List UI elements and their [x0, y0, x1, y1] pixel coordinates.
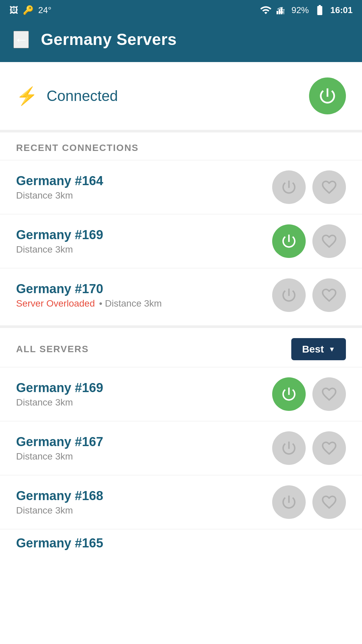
all-connect-button-167[interactable]: [272, 431, 306, 465]
image-icon: 🖼: [9, 5, 18, 15]
all-server-distance-169: Distance 3km: [16, 397, 272, 408]
sort-best-button[interactable]: Best ▼: [291, 338, 346, 360]
server-actions-169: [272, 224, 346, 258]
power-icon-all-168: [280, 493, 298, 511]
server-info-170: Germany #170 Server Overloaded • Distanc…: [16, 282, 272, 309]
page-header: ← Germany Servers: [0, 20, 362, 62]
all-server-name-169: Germany #169: [16, 381, 272, 395]
server-distance-170: • Distance 3km: [99, 298, 162, 309]
connect-button-170[interactable]: [272, 278, 306, 312]
recent-server-row-170: Germany #170 Server Overloaded • Distanc…: [0, 268, 362, 322]
all-server-distance-168: Distance 3km: [16, 505, 272, 516]
status-bar-right: 92% 16:01: [260, 4, 353, 16]
connect-button-164[interactable]: [272, 170, 306, 204]
svg-rect-3: [283, 9, 285, 14]
battery-icon: [314, 4, 326, 16]
heart-icon-all-168: [320, 493, 338, 511]
all-server-row-169: Germany #169 Distance 3km: [0, 367, 362, 421]
chevron-down-icon: ▼: [328, 345, 335, 353]
all-server-actions-167: [272, 431, 346, 465]
power-icon-164: [280, 178, 298, 196]
all-server-info-167: Germany #167 Distance 3km: [16, 435, 272, 462]
temperature-label: 24°: [38, 5, 51, 15]
heart-icon-164: [320, 178, 338, 196]
svg-rect-0: [277, 11, 278, 14]
recent-connections-label: RECENT CONNECTIONS: [16, 143, 139, 153]
all-server-info-165: Germany #165: [16, 536, 346, 552]
connected-status: ⚡ Connected: [16, 86, 118, 106]
all-favorite-button-168[interactable]: [312, 485, 346, 519]
server-name-170: Germany #170: [16, 282, 272, 296]
signal-icon: [277, 4, 287, 16]
power-icon-all-169: [280, 385, 298, 403]
favorite-button-170[interactable]: [312, 278, 346, 312]
all-server-info-169: Germany #169 Distance 3km: [16, 381, 272, 408]
recent-connections-header: RECENT CONNECTIONS: [0, 132, 362, 160]
key-icon: 🔑: [23, 5, 34, 15]
all-servers-label: ALL SERVERS: [16, 344, 89, 355]
main-power-button[interactable]: [309, 77, 346, 114]
heart-icon-all-167: [320, 439, 338, 457]
all-server-name-167: Germany #167: [16, 435, 272, 449]
all-server-row-165: Germany #165: [0, 529, 362, 556]
all-connect-button-169[interactable]: [272, 377, 306, 411]
time-label: 16:01: [330, 5, 353, 15]
back-arrow-icon: ←: [14, 32, 28, 48]
power-icon-169: [280, 232, 298, 250]
svg-rect-1: [279, 9, 281, 14]
server-name-164: Germany #164: [16, 174, 272, 188]
back-button[interactable]: ←: [13, 31, 29, 48]
all-servers-header: ALL SERVERS Best ▼: [0, 325, 362, 367]
server-actions-170: [272, 278, 346, 312]
overloaded-label-170: Server Overloaded: [16, 298, 95, 309]
all-server-actions-169: [272, 377, 346, 411]
favorite-button-169[interactable]: [312, 224, 346, 258]
divider-1: [0, 130, 362, 132]
svg-rect-2: [281, 8, 283, 14]
all-server-row-168: Germany #168 Distance 3km: [0, 475, 362, 529]
all-server-row-167: Germany #167 Distance 3km: [0, 421, 362, 475]
server-info-169: Germany #169 Distance 3km: [16, 228, 272, 255]
all-server-name-168: Germany #168: [16, 489, 272, 503]
server-actions-164: [272, 170, 346, 204]
favorite-button-164[interactable]: [312, 170, 346, 204]
all-server-info-168: Germany #168 Distance 3km: [16, 489, 272, 516]
server-name-169: Germany #169: [16, 228, 272, 242]
connected-row: ⚡ Connected: [0, 62, 362, 130]
server-distance-164: Distance 3km: [16, 190, 272, 201]
status-bar: 🖼 🔑 24° 92% 16:01: [0, 0, 362, 20]
all-server-actions-168: [272, 485, 346, 519]
status-bar-left: 🖼 🔑 24°: [9, 5, 51, 15]
power-icon-170: [280, 286, 298, 304]
all-favorite-button-169[interactable]: [312, 377, 346, 411]
power-icon-all-167: [280, 439, 298, 457]
server-status-170: Server Overloaded • Distance 3km: [16, 298, 272, 309]
server-info-164: Germany #164 Distance 3km: [16, 174, 272, 201]
sort-label: Best: [302, 343, 324, 355]
connect-button-169[interactable]: [272, 224, 306, 258]
power-icon: [317, 86, 338, 106]
battery-label: 92%: [291, 5, 309, 15]
main-content: ⚡ Connected RECENT CONNECTIONS Germany #…: [0, 62, 362, 644]
all-server-name-165: Germany #165: [16, 536, 346, 550]
all-connect-button-168[interactable]: [272, 485, 306, 519]
lightning-icon: ⚡: [16, 86, 38, 106]
recent-server-row-164: Germany #164 Distance 3km: [0, 160, 362, 214]
heart-icon-170: [320, 286, 338, 304]
all-server-distance-167: Distance 3km: [16, 451, 272, 462]
heart-icon-169: [320, 232, 338, 250]
heart-icon-all-169: [320, 385, 338, 403]
connected-label: Connected: [47, 88, 118, 104]
wifi-icon: [260, 4, 272, 16]
all-favorite-button-167[interactable]: [312, 431, 346, 465]
page-title: Germany Servers: [41, 30, 177, 49]
recent-server-row-169: Germany #169 Distance 3km: [0, 214, 362, 268]
server-distance-169: Distance 3km: [16, 244, 272, 255]
